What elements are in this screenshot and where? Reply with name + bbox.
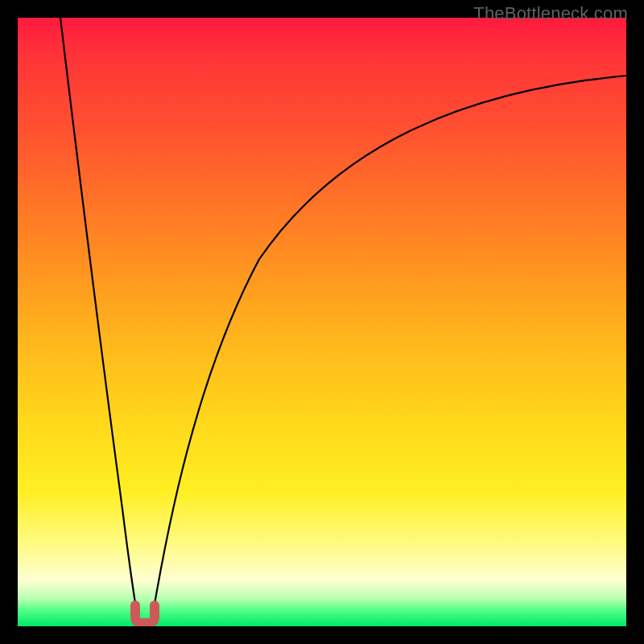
optimal-u-marker [135, 605, 155, 623]
curve-left-branch [60, 18, 137, 613]
curve-right-branch [153, 76, 626, 613]
outer-frame: TheBottleneck.com [0, 0, 644, 644]
watermark-text: TheBottleneck.com [473, 3, 628, 24]
plot-area [18, 18, 626, 626]
bottleneck-curve [18, 18, 626, 626]
